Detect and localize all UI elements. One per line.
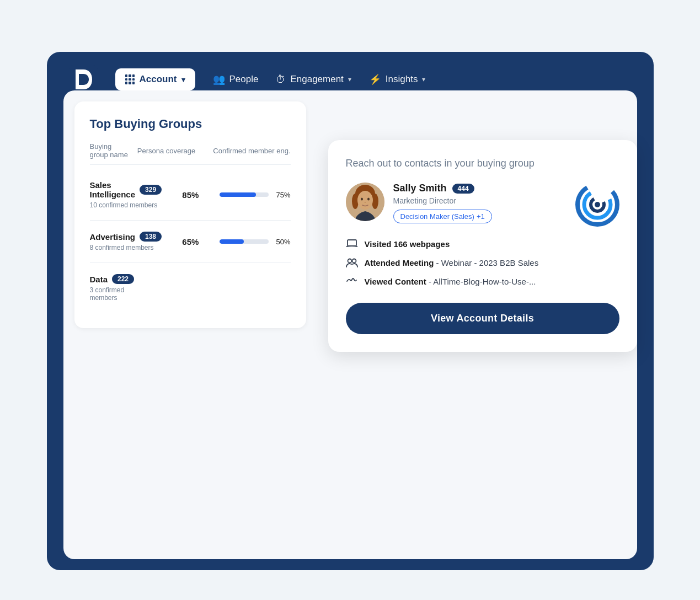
table-header: Buying group name Persona coverage Confi… (90, 142, 291, 165)
contact-job-title: Marketing Director (393, 196, 567, 205)
group-name-row: Sales Intelligence 329 (90, 180, 162, 199)
buying-groups-panel: Top Buying Groups Buying group name Pers… (74, 101, 306, 328)
engagement-percent: 50% (273, 238, 291, 246)
contact-panel: Reach out to contacts in your buying gro… (328, 140, 637, 352)
svg-point-5 (361, 198, 363, 201)
content-icon (346, 275, 358, 287)
tag-button[interactable]: Decision Maker (Sales) +1 (393, 210, 492, 223)
svg-point-11 (595, 202, 600, 207)
col-engagement-header: Confirmed member eng. (202, 147, 291, 155)
account-label: Account (140, 74, 177, 85)
account-button[interactable]: Account ▾ (115, 68, 195, 90)
insights-nav-item[interactable]: ⚡ Insights ▾ (369, 73, 426, 85)
progress-bar (220, 192, 269, 197)
svg-point-7 (364, 202, 366, 203)
app-logo (69, 65, 98, 94)
group-badge: 222 (112, 274, 134, 284)
confirmed-members: 10 confirmed members (90, 201, 162, 209)
svg-rect-12 (348, 240, 356, 246)
grid-icon (125, 74, 135, 84)
contact-info: Sally Smith 444 Marketing Director Decis… (393, 183, 567, 223)
view-account-details-button[interactable]: View Account Details (346, 303, 619, 334)
group-info: Advertising 138 8 confirmed members (90, 232, 162, 251)
coverage-value: 65% (162, 237, 220, 247)
coverage-value: 85% (162, 190, 220, 200)
activity-list: Visited 166 webpages Attended Meeting - … (346, 238, 619, 287)
engagement-col: 50% (220, 238, 291, 246)
chevron-down-icon: ▾ (181, 76, 185, 84)
contact-name: Sally Smith (393, 183, 447, 194)
table-row[interactable]: Data 222 3 confirmed members (90, 263, 291, 313)
group-name-row: Advertising 138 (90, 232, 162, 242)
svg-point-13 (348, 259, 351, 263)
contact-row: Sally Smith 444 Marketing Director Decis… (346, 183, 619, 227)
contact-name-row: Sally Smith 444 (393, 183, 567, 194)
tag-label: Decision Maker (Sales) (400, 212, 474, 221)
col-coverage-header: Persona coverage (131, 147, 202, 155)
engagement-icon: ⏱ (276, 74, 286, 85)
insights-label: Insights (386, 74, 418, 85)
group-badge: 138 (140, 232, 162, 242)
people-nav-item[interactable]: 👥 People (213, 73, 259, 85)
company-logo (575, 183, 619, 227)
list-item: Attended Meeting - Webinar - 2023 B2B Sa… (346, 256, 619, 269)
progress-bar-fill (220, 239, 244, 244)
tag-extra: +1 (477, 212, 485, 221)
insights-icon: ⚡ (369, 73, 381, 85)
col-name-header: Buying group name (90, 142, 131, 159)
group-badge: 329 (140, 185, 162, 195)
group-info: Sales Intelligence 329 10 confirmed memb… (90, 180, 162, 209)
table-row[interactable]: Sales Intelligence 329 10 confirmed memb… (90, 169, 291, 221)
svg-point-14 (352, 259, 356, 263)
svg-point-6 (367, 198, 370, 201)
engagement-label: Engagement (290, 74, 343, 85)
contact-badge: 444 (452, 184, 474, 194)
reach-out-title: Reach out to contacts in your buying gro… (346, 158, 619, 169)
svg-point-4 (357, 191, 373, 210)
chevron-down-icon: ▾ (348, 76, 351, 83)
confirmed-members: 8 confirmed members (90, 244, 162, 251)
laptop-icon (346, 238, 358, 250)
engagement-nav-item[interactable]: ⏱ Engagement ▾ (276, 74, 351, 85)
group-info: Data 222 3 confirmed members (90, 274, 135, 302)
activity-text: Visited 166 webpages (365, 239, 450, 249)
progress-bar-fill (220, 192, 257, 197)
people-label: People (229, 74, 259, 85)
progress-bar (220, 239, 269, 244)
group-name: Data (90, 275, 108, 284)
table-row[interactable]: Advertising 138 8 confirmed members 65% … (90, 221, 291, 263)
group-name: Advertising (90, 232, 136, 242)
group-name: Sales Intelligence (90, 180, 136, 199)
group-name-row: Data 222 (90, 274, 135, 284)
confirmed-members: 3 confirmed members (90, 286, 135, 302)
activity-text: Attended Meeting - Webinar - 2023 B2B Sa… (365, 258, 539, 267)
engagement-col: 75% (220, 191, 291, 199)
list-item: Visited 166 webpages (346, 238, 619, 250)
panel-title: Top Buying Groups (90, 117, 291, 131)
meeting-icon (346, 256, 358, 269)
activity-text: Viewed Content - AllTime-Blog-How-to-Use… (365, 277, 536, 286)
avatar (346, 183, 384, 221)
list-item: Viewed Content - AllTime-Blog-How-to-Use… (346, 275, 619, 287)
chevron-down-icon: ▾ (422, 76, 425, 83)
engagement-percent: 75% (273, 191, 291, 199)
people-icon: 👥 (213, 73, 225, 85)
